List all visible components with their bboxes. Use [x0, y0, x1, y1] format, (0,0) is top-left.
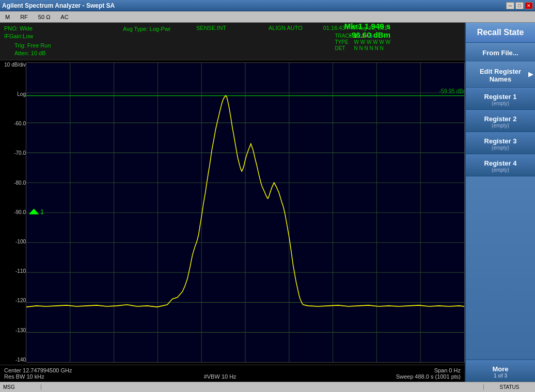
res-bw: Res BW 10 kHz: [4, 373, 44, 380]
spectrum-svg: -59.95 dBm 1: [26, 63, 464, 362]
y-axis-labels: 10 dB/div Log -60.0 -70.0 -80.0 -90.0 -1…: [2, 62, 26, 363]
status-bar: MSG STATUS: [0, 382, 535, 392]
edit-register-names-button[interactable]: Edit Register Names ▶: [466, 61, 535, 88]
sense-info: SENSE:INT: [196, 25, 226, 31]
register3-button[interactable]: Register 3 (empty): [466, 132, 535, 154]
align-info: ALIGN AUTO: [269, 25, 303, 31]
y-label-120: -120: [2, 298, 26, 303]
center-freq: Center 12.747994500 GHz: [4, 367, 72, 373]
svg-text:1: 1: [40, 208, 44, 216]
scale-log: Log: [2, 92, 26, 97]
menu-item-ac[interactable]: AC: [57, 13, 71, 21]
top-info-bar: PNO: Wide IFGain:Low Trig: Free Run Atte…: [0, 23, 465, 60]
spectrum-area: PNO: Wide IFGain:Low Trig: Free Run Atte…: [0, 23, 465, 382]
avg-type: Avg Type: Log-Pwr: [123, 26, 171, 32]
register4-button[interactable]: Register 4 (empty): [466, 154, 535, 176]
bottom-row2: Res BW 10 kHz #VBW 10 Hz Sweep 488.0 s (…: [4, 373, 461, 380]
y-label-60: -60.0: [2, 121, 26, 126]
register2-button[interactable]: Register 2 (empty): [466, 110, 535, 132]
bottom-info: Center 12.747994500 GHz Span 0 Hz Res BW…: [0, 365, 465, 382]
y-label-130: -130: [2, 328, 26, 333]
status-area: STATUS: [483, 384, 535, 390]
window-controls: ─ □ ✕: [506, 2, 533, 9]
close-button[interactable]: ✕: [525, 2, 533, 9]
right-panel: Recall State From File... Edit Register …: [465, 23, 535, 382]
span-info: Span 0 Hz: [434, 367, 461, 373]
main-content: PNO: Wide IFGain:Low Trig: Free Run Atte…: [0, 23, 535, 382]
y-label-80: -80.0: [2, 181, 26, 186]
menu-item-rf[interactable]: RF: [17, 13, 31, 21]
svg-marker-21: [29, 208, 39, 214]
y-label-70: -70.0: [2, 151, 26, 156]
marker-readout: Mkr1 1.949 s -96.60 dBm: [344, 22, 390, 39]
graph-container: 10 dB/div Log -60.0 -70.0 -80.0 -90.0 -1…: [0, 60, 465, 365]
menu-item-m[interactable]: M: [2, 13, 13, 21]
y-label-90: -90.0: [2, 210, 26, 215]
minimize-button[interactable]: ─: [506, 2, 514, 9]
trig-info: Trig: Free Run Atten: 10 dB: [14, 42, 107, 58]
pno-info: PNO: Wide IFGain:Low: [4, 25, 107, 41]
menu-item-50ohm[interactable]: 50 Ω: [35, 13, 54, 21]
graph-display: -59.95 dBm 1: [26, 62, 465, 363]
maximize-button[interactable]: □: [515, 2, 524, 9]
window-title: Agilent Spectrum Analyzer - Swept SA: [2, 2, 115, 9]
det-label: DET: [335, 45, 353, 51]
type-label: TYPE: [335, 39, 353, 45]
y-label-140: -140: [2, 357, 26, 363]
sweep: Sweep 488.0 s (1001 pts): [396, 373, 461, 380]
bottom-row1: Center 12.747994500 GHz Span 0 Hz: [4, 367, 461, 373]
y-label-110: -110: [2, 269, 26, 274]
vbw: #VBW 10 Hz: [204, 373, 237, 380]
from-file-button[interactable]: From File...: [466, 43, 535, 61]
msg-area: MSG: [0, 384, 41, 390]
title-bar: Agilent Spectrum Analyzer - Swept SA ─ □…: [0, 0, 535, 11]
y-label-100: -100: [2, 239, 26, 244]
panel-title: Recall State: [466, 23, 535, 43]
scale-info: 10 dB/div: [2, 62, 26, 68]
svg-text:-59.95 dBm: -59.95 dBm: [439, 88, 464, 94]
menu-bar: M RF 50 Ω AC: [0, 11, 535, 23]
more-button[interactable]: More 1 of 3: [466, 360, 535, 382]
register1-button[interactable]: Register 1 (empty): [466, 88, 535, 110]
